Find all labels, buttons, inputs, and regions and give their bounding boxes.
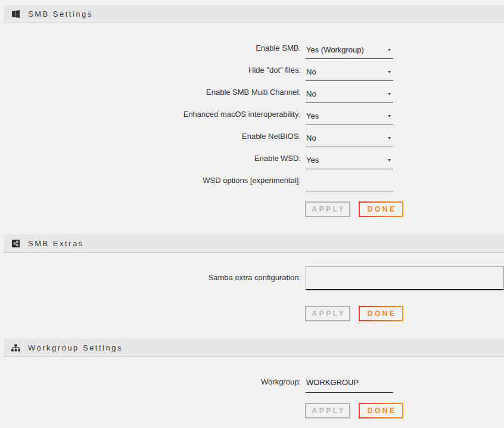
dropdown-caret-icon: ▼ [387, 114, 392, 118]
select-value: Yes [306, 111, 319, 120]
form-row-macos-interoperability: Enhanced macOS interoperability: Yes ▼ [0, 103, 504, 125]
field-label: WSD options [experimental]: [0, 176, 301, 185]
dropdown-caret-icon: ▼ [387, 92, 392, 96]
sitemap-icon [11, 343, 20, 352]
dropdown-caret-icon: ▼ [387, 48, 392, 52]
share-square-icon [11, 239, 20, 248]
dropdown-caret-icon: ▼ [387, 158, 392, 162]
form-row-enable-smb: Enable SMB: Yes (Workgroup) ▼ [0, 37, 504, 59]
dropdown-caret-icon: ▼ [387, 136, 392, 140]
apply-button[interactable]: APPLY [305, 403, 350, 418]
windows-icon [11, 10, 20, 18]
section-workgroup-settings: Workgroup Settings Workgroup: APPLY DONE [0, 339, 504, 418]
field-label: Enhanced macOS interoperability: [0, 110, 301, 119]
form-row-samba-extra-configuration: Samba extra configuration: [0, 266, 504, 290]
macos-interoperability-select[interactable]: Yes ▼ [306, 108, 393, 125]
form-row-enable-netbios: Enable NetBIOS: No ▼ [0, 125, 504, 147]
field-label: Samba extra configuration: [0, 266, 301, 282]
workgroup-form: Workgroup: [0, 357, 504, 393]
form-row-workgroup: Workgroup: [0, 371, 504, 393]
field-label: Enable NetBIOS: [0, 132, 301, 141]
field-label: Hide "dot" files: [0, 66, 301, 75]
smb-settings-page: SMB Settings Enable SMB: Yes (Workgroup)… [0, 0, 504, 428]
section-title: SMB Settings [28, 10, 93, 18]
wsd-options-input[interactable] [306, 175, 393, 191]
enable-wsd-select[interactable]: Yes ▼ [306, 153, 393, 169]
section-header-workgroup-settings: Workgroup Settings [4, 339, 504, 357]
section-smb-settings: SMB Settings Enable SMB: Yes (Workgroup)… [0, 5, 504, 217]
done-button[interactable]: DONE [359, 306, 403, 321]
field-label: Enable SMB: [0, 44, 301, 52]
hide-dot-files-select[interactable]: No ▼ [306, 64, 393, 81]
form-row-wsd-options: WSD options [experimental]: [0, 169, 504, 191]
select-value: No [306, 89, 316, 98]
field-label: Workgroup: [0, 377, 301, 386]
workgroup-buttons: APPLY DONE [305, 403, 504, 418]
field-label: Enable WSD: [0, 154, 301, 163]
form-row-smb-multi-channel: Enable SMB Multi Channel: No ▼ [0, 81, 504, 103]
section-title: Workgroup Settings [28, 343, 123, 352]
section-title: SMB Extras [28, 239, 84, 248]
enable-netbios-select[interactable]: No ▼ [306, 131, 393, 147]
form-row-enable-wsd: Enable WSD: Yes ▼ [0, 147, 504, 169]
smb-settings-form: Enable SMB: Yes (Workgroup) ▼ Hide "dot"… [0, 23, 504, 191]
samba-extra-configuration-textarea[interactable] [306, 266, 504, 290]
select-value: No [306, 134, 316, 142]
select-value: Yes (Workgroup) [306, 45, 364, 54]
smb-settings-buttons: APPLY DONE [305, 201, 504, 217]
apply-button[interactable]: APPLY [305, 306, 350, 321]
section-header-smb-settings: SMB Settings [4, 5, 504, 23]
dropdown-caret-icon: ▼ [387, 70, 392, 74]
section-smb-extras: SMB Extras Samba extra configuration: AP… [0, 234, 504, 321]
smb-multi-channel-select[interactable]: No ▼ [306, 86, 393, 103]
enable-smb-select[interactable]: Yes (Workgroup) ▼ [306, 42, 393, 59]
field-label: Enable SMB Multi Channel: [0, 88, 301, 97]
smb-extras-buttons: APPLY DONE [305, 306, 504, 321]
apply-button[interactable]: APPLY [305, 201, 350, 217]
workgroup-input[interactable] [306, 376, 393, 393]
select-value: Yes [306, 156, 319, 165]
select-value: No [306, 67, 316, 76]
done-button[interactable]: DONE [359, 403, 403, 418]
form-row-hide-dot-files: Hide "dot" files: No ▼ [0, 59, 504, 81]
section-header-smb-extras: SMB Extras [4, 234, 504, 253]
done-button[interactable]: DONE [359, 201, 403, 217]
smb-extras-form: Samba extra configuration: [0, 253, 504, 290]
